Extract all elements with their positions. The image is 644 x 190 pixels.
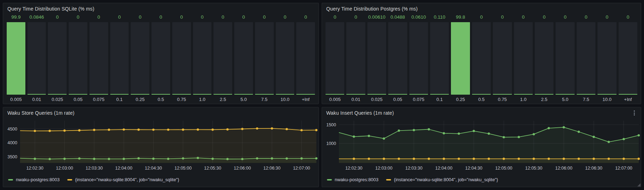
histogram-bucket: 00.1 [110,14,129,103]
bucket-value: 0 [535,14,553,22]
data-point [578,158,580,160]
y-axis-tick-label: 1000 [326,141,336,146]
bucket-label: 0.1 [110,95,129,103]
bucket-label: 0.01 [346,95,365,103]
histogram-bucket: 0.006100.025 [367,14,386,103]
legend-item-green[interactable]: nwaku-postgres:8003 [327,177,378,182]
data-point [473,158,475,160]
legend-label[interactable]: nwaku-postgres:8003 [16,177,60,182]
data-point [368,135,370,137]
histogram-bucket: 00.25 [131,14,149,103]
histogram-bucket: 0.06100.075 [409,14,428,103]
bucket-value: 0 [326,14,344,22]
bucket-value: 0 [276,14,295,22]
legend-color-dash [386,179,391,180]
legend-item-yellow[interactable]: {instance="nwaku-sqlite:8004", job="nwak… [386,177,498,182]
histogram-bucket: 0+Inf [296,14,315,103]
bucket-label: 0.75 [172,95,191,103]
bucket-bar-fill [276,94,295,95]
x-axis-tick-label: 12:05:30 [525,166,543,171]
y-axis-tick-label: 4000 [7,140,17,145]
bucket-label: 0.025 [48,95,67,103]
bucket-label: 0.01 [27,95,46,103]
legend-item-yellow[interactable]: {instance="nwaku-sqlite:8004", job="nwak… [67,177,179,182]
legend-label[interactable]: {instance="nwaku-sqlite:8004", job="nwak… [75,177,179,182]
bucket-value: 0.0610 [409,14,428,22]
data-point [211,128,213,131]
histogram-sqlite: 99.90.0050.08460.0100.02500.0500.07500.1… [3,14,318,104]
x-axis-tick-label: 12:07:00 [615,166,632,171]
x-axis-tick-label: 12:06:00 [555,166,572,171]
data-point [593,158,595,160]
x-axis-tick-label: 12:06:30 [585,166,602,171]
bucket-value: 0 [89,14,108,22]
bucket-bar [577,22,595,95]
x-axis-tick-label: 12:05:00 [495,166,513,171]
bucket-value: 0 [346,14,365,22]
store-queries-chart[interactable]: 35004000450012:02:3012:03:0012:03:3012:0… [3,118,318,176]
legend-item-green[interactable]: nwaku-postgres:8003 [8,177,60,182]
data-point [315,129,317,131]
insert-queries-chart[interactable]: 1000150012:02:3012:03:0012:03:3012:04:00… [322,118,641,176]
x-axis-tick-label: 12:03:00 [375,166,392,171]
bucket-value: 0 [193,14,212,22]
legend-color-dash [8,179,13,180]
data-point [413,129,415,131]
bucket-value: 0 [493,14,512,22]
bucket-label: 0.75 [493,95,512,103]
bucket-bar [151,22,170,95]
panel-header: Waku Store Queries (1m rate) [3,107,318,118]
data-point [301,129,303,131]
x-axis-tick-label: 12:04:00 [435,166,453,171]
bucket-bar-fill [430,94,449,95]
panel-title-query-time-postgres[interactable]: Query Time Distribution Postgres (% ms) [326,6,417,12]
histogram-bucket: 00.025 [48,14,67,103]
bucket-bar-fill [296,94,315,95]
bucket-value: 0 [48,14,67,22]
bucket-bar [69,22,87,95]
bucket-bar [296,22,315,95]
bucket-bar-fill [193,94,212,95]
legend-label[interactable]: {instance="nwaku-sqlite:8004", job="nwak… [394,177,498,182]
y-axis-tick-label: 1500 [326,122,336,127]
histogram-bucket: 010.0 [276,14,295,103]
panel-title-query-time-sqlite[interactable]: Query Time Distribution SQLite (% ms) [7,6,94,12]
x-axis-tick-label: 12:02:30 [26,166,44,171]
panel-title-waku-insert-queries[interactable]: Waku Insert Queries (1m rate) [326,110,394,116]
bucket-bar [346,22,365,95]
bucket-bar-fill [409,94,428,95]
data-point [608,158,610,160]
data-point [533,158,535,160]
bucket-bar-fill [27,94,46,95]
bucket-value: 0.110 [430,14,449,22]
data-point [518,136,520,138]
bucket-bar-fill [89,94,108,95]
legend-label[interactable]: nwaku-postgres:8003 [335,177,378,182]
bucket-bar-fill [514,94,533,95]
bucket-bar-fill [619,94,637,95]
bucket-label: 5.0 [234,95,253,103]
bucket-value: 0 [69,14,87,22]
bucket-bar [597,22,616,95]
data-point [256,127,258,129]
data-point [458,158,460,160]
bucket-bar [193,22,212,95]
data-point [34,130,36,132]
panel-resize-handle[interactable] [637,183,640,186]
bucket-label: 10.0 [276,95,295,103]
panel-menu-icon[interactable] [631,110,637,116]
bucket-bar-fill [326,94,344,95]
bucket-value: 0 [172,14,191,22]
bucket-bar-fill [451,22,470,95]
panel-query-time-sqlite: Query Time Distribution SQLite (% ms) 99… [3,3,319,104]
bucket-bar-fill [234,94,253,95]
histogram-bucket: 00.75 [493,14,512,103]
x-axis-tick-label: 12:06:30 [264,166,281,171]
bucket-bar-fill [48,94,67,95]
x-axis-tick-label: 12:03:00 [56,166,73,171]
data-point [383,158,385,160]
data-point [638,134,640,136]
panel-title-waku-store-queries[interactable]: Waku Store Queries (1m rate) [7,110,74,116]
bucket-bar [7,22,25,95]
data-point [398,129,400,132]
